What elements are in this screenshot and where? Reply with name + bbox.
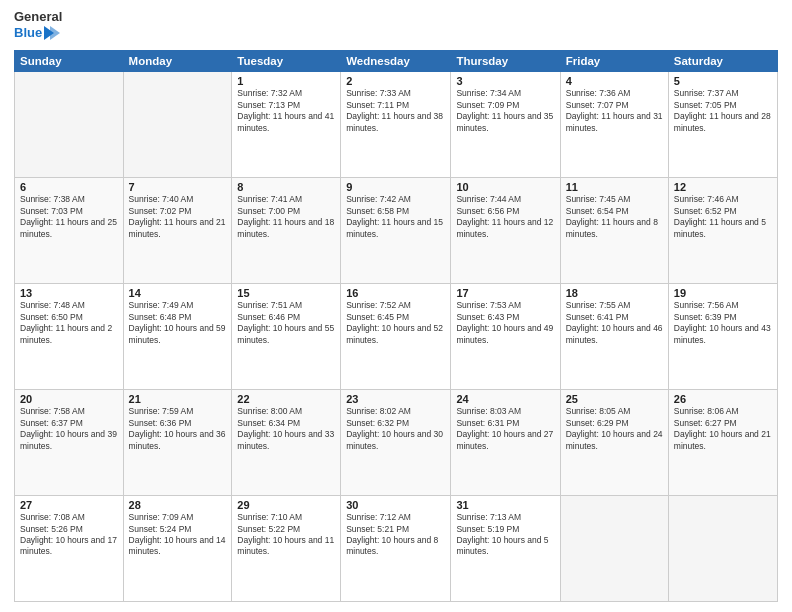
day-info: Sunrise: 7:52 AM Sunset: 6:45 PM Dayligh…: [346, 300, 445, 346]
calendar-cell: 9Sunrise: 7:42 AM Sunset: 6:58 PM Daylig…: [341, 178, 451, 284]
day-info: Sunrise: 7:08 AM Sunset: 5:26 PM Dayligh…: [20, 512, 118, 558]
day-info: Sunrise: 7:40 AM Sunset: 7:02 PM Dayligh…: [129, 194, 227, 240]
day-info: Sunrise: 7:12 AM Sunset: 5:21 PM Dayligh…: [346, 512, 445, 558]
day-number: 7: [129, 181, 227, 193]
day-info: Sunrise: 7:36 AM Sunset: 7:07 PM Dayligh…: [566, 88, 663, 134]
day-info: Sunrise: 7:33 AM Sunset: 7:11 PM Dayligh…: [346, 88, 445, 134]
day-number: 19: [674, 287, 772, 299]
day-number: 4: [566, 75, 663, 87]
calendar-cell: 20Sunrise: 7:58 AM Sunset: 6:37 PM Dayli…: [15, 390, 124, 496]
svg-marker-1: [50, 26, 60, 40]
calendar-cell: 15Sunrise: 7:51 AM Sunset: 6:46 PM Dayli…: [232, 284, 341, 390]
day-number: 28: [129, 499, 227, 511]
calendar-cell: 6Sunrise: 7:38 AM Sunset: 7:03 PM Daylig…: [15, 178, 124, 284]
calendar-cell: [668, 496, 777, 602]
calendar-header-row: SundayMondayTuesdayWednesdayThursdayFrid…: [15, 51, 778, 72]
calendar-week-row: 20Sunrise: 7:58 AM Sunset: 6:37 PM Dayli…: [15, 390, 778, 496]
logo-general: General: [14, 10, 62, 24]
calendar-cell: 12Sunrise: 7:46 AM Sunset: 6:52 PM Dayli…: [668, 178, 777, 284]
day-number: 22: [237, 393, 335, 405]
day-info: Sunrise: 7:13 AM Sunset: 5:19 PM Dayligh…: [456, 512, 554, 558]
day-info: Sunrise: 7:44 AM Sunset: 6:56 PM Dayligh…: [456, 194, 554, 240]
calendar-week-row: 27Sunrise: 7:08 AM Sunset: 5:26 PM Dayli…: [15, 496, 778, 602]
day-info: Sunrise: 7:49 AM Sunset: 6:48 PM Dayligh…: [129, 300, 227, 346]
day-info: Sunrise: 7:34 AM Sunset: 7:09 PM Dayligh…: [456, 88, 554, 134]
column-header-monday: Monday: [123, 51, 232, 72]
day-number: 23: [346, 393, 445, 405]
day-info: Sunrise: 8:03 AM Sunset: 6:31 PM Dayligh…: [456, 406, 554, 452]
calendar-cell: 7Sunrise: 7:40 AM Sunset: 7:02 PM Daylig…: [123, 178, 232, 284]
day-info: Sunrise: 7:53 AM Sunset: 6:43 PM Dayligh…: [456, 300, 554, 346]
day-info: Sunrise: 8:05 AM Sunset: 6:29 PM Dayligh…: [566, 406, 663, 452]
calendar-week-row: 13Sunrise: 7:48 AM Sunset: 6:50 PM Dayli…: [15, 284, 778, 390]
day-number: 31: [456, 499, 554, 511]
day-number: 12: [674, 181, 772, 193]
calendar-cell: 31Sunrise: 7:13 AM Sunset: 5:19 PM Dayli…: [451, 496, 560, 602]
calendar-cell: 13Sunrise: 7:48 AM Sunset: 6:50 PM Dayli…: [15, 284, 124, 390]
logo-arrow-icon: [44, 24, 60, 42]
calendar-cell: 26Sunrise: 8:06 AM Sunset: 6:27 PM Dayli…: [668, 390, 777, 496]
day-number: 15: [237, 287, 335, 299]
calendar-cell: 11Sunrise: 7:45 AM Sunset: 6:54 PM Dayli…: [560, 178, 668, 284]
calendar-cell: 19Sunrise: 7:56 AM Sunset: 6:39 PM Dayli…: [668, 284, 777, 390]
column-header-saturday: Saturday: [668, 51, 777, 72]
calendar-cell: 1Sunrise: 7:32 AM Sunset: 7:13 PM Daylig…: [232, 72, 341, 178]
calendar-week-row: 1Sunrise: 7:32 AM Sunset: 7:13 PM Daylig…: [15, 72, 778, 178]
day-info: Sunrise: 7:59 AM Sunset: 6:36 PM Dayligh…: [129, 406, 227, 452]
calendar-cell: 27Sunrise: 7:08 AM Sunset: 5:26 PM Dayli…: [15, 496, 124, 602]
calendar-cell: 8Sunrise: 7:41 AM Sunset: 7:00 PM Daylig…: [232, 178, 341, 284]
day-info: Sunrise: 8:06 AM Sunset: 6:27 PM Dayligh…: [674, 406, 772, 452]
day-info: Sunrise: 8:02 AM Sunset: 6:32 PM Dayligh…: [346, 406, 445, 452]
day-number: 27: [20, 499, 118, 511]
calendar-cell: 22Sunrise: 8:00 AM Sunset: 6:34 PM Dayli…: [232, 390, 341, 496]
day-number: 8: [237, 181, 335, 193]
calendar-week-row: 6Sunrise: 7:38 AM Sunset: 7:03 PM Daylig…: [15, 178, 778, 284]
column-header-friday: Friday: [560, 51, 668, 72]
day-info: Sunrise: 7:38 AM Sunset: 7:03 PM Dayligh…: [20, 194, 118, 240]
day-info: Sunrise: 7:41 AM Sunset: 7:00 PM Dayligh…: [237, 194, 335, 240]
calendar-cell: 4Sunrise: 7:36 AM Sunset: 7:07 PM Daylig…: [560, 72, 668, 178]
day-info: Sunrise: 7:58 AM Sunset: 6:37 PM Dayligh…: [20, 406, 118, 452]
day-info: Sunrise: 7:32 AM Sunset: 7:13 PM Dayligh…: [237, 88, 335, 134]
calendar-cell: 29Sunrise: 7:10 AM Sunset: 5:22 PM Dayli…: [232, 496, 341, 602]
calendar-cell: 17Sunrise: 7:53 AM Sunset: 6:43 PM Dayli…: [451, 284, 560, 390]
calendar-cell: 14Sunrise: 7:49 AM Sunset: 6:48 PM Dayli…: [123, 284, 232, 390]
calendar-cell: 23Sunrise: 8:02 AM Sunset: 6:32 PM Dayli…: [341, 390, 451, 496]
day-number: 1: [237, 75, 335, 87]
calendar-cell: 25Sunrise: 8:05 AM Sunset: 6:29 PM Dayli…: [560, 390, 668, 496]
day-number: 20: [20, 393, 118, 405]
day-info: Sunrise: 7:48 AM Sunset: 6:50 PM Dayligh…: [20, 300, 118, 346]
day-number: 5: [674, 75, 772, 87]
calendar-cell: 21Sunrise: 7:59 AM Sunset: 6:36 PM Dayli…: [123, 390, 232, 496]
day-number: 25: [566, 393, 663, 405]
calendar-table: SundayMondayTuesdayWednesdayThursdayFrid…: [14, 50, 778, 602]
day-info: Sunrise: 7:10 AM Sunset: 5:22 PM Dayligh…: [237, 512, 335, 558]
day-info: Sunrise: 7:42 AM Sunset: 6:58 PM Dayligh…: [346, 194, 445, 240]
column-header-sunday: Sunday: [15, 51, 124, 72]
header: General Blue: [14, 10, 778, 42]
day-number: 21: [129, 393, 227, 405]
calendar-cell: 30Sunrise: 7:12 AM Sunset: 5:21 PM Dayli…: [341, 496, 451, 602]
day-info: Sunrise: 7:56 AM Sunset: 6:39 PM Dayligh…: [674, 300, 772, 346]
calendar-cell: 16Sunrise: 7:52 AM Sunset: 6:45 PM Dayli…: [341, 284, 451, 390]
day-number: 26: [674, 393, 772, 405]
logo: General Blue: [14, 10, 62, 42]
calendar-cell: 2Sunrise: 7:33 AM Sunset: 7:11 PM Daylig…: [341, 72, 451, 178]
day-number: 3: [456, 75, 554, 87]
calendar-cell: 28Sunrise: 7:09 AM Sunset: 5:24 PM Dayli…: [123, 496, 232, 602]
calendar-cell: 24Sunrise: 8:03 AM Sunset: 6:31 PM Dayli…: [451, 390, 560, 496]
calendar-cell: [15, 72, 124, 178]
day-number: 2: [346, 75, 445, 87]
column-header-wednesday: Wednesday: [341, 51, 451, 72]
day-info: Sunrise: 7:55 AM Sunset: 6:41 PM Dayligh…: [566, 300, 663, 346]
calendar-cell: 10Sunrise: 7:44 AM Sunset: 6:56 PM Dayli…: [451, 178, 560, 284]
day-number: 29: [237, 499, 335, 511]
day-info: Sunrise: 7:45 AM Sunset: 6:54 PM Dayligh…: [566, 194, 663, 240]
calendar-cell: [560, 496, 668, 602]
day-number: 9: [346, 181, 445, 193]
day-number: 18: [566, 287, 663, 299]
day-info: Sunrise: 8:00 AM Sunset: 6:34 PM Dayligh…: [237, 406, 335, 452]
day-number: 6: [20, 181, 118, 193]
calendar-cell: 5Sunrise: 7:37 AM Sunset: 7:05 PM Daylig…: [668, 72, 777, 178]
day-info: Sunrise: 7:09 AM Sunset: 5:24 PM Dayligh…: [129, 512, 227, 558]
